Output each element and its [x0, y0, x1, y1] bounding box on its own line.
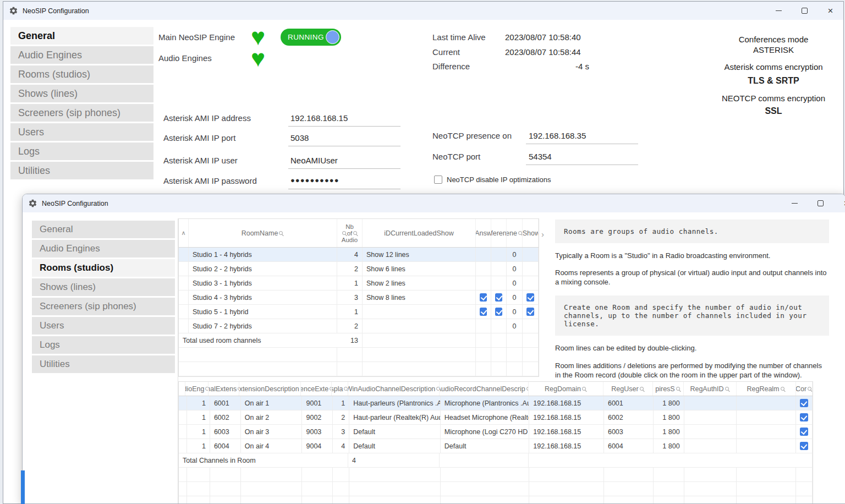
search-filter-icon[interactable]: [676, 387, 680, 391]
room-row[interactable]: Studio 2 - 2 hybrids2Show 6 lines0: [179, 262, 539, 276]
sidebar-item-utilities[interactable]: Utilities: [32, 355, 175, 373]
search-filter-icon[interactable]: [725, 387, 729, 391]
checked-checkbox[interactable]: [480, 293, 487, 302]
column-header-lshow[interactable]: lShow: [523, 219, 539, 247]
column-header-nb-of-audio[interactable]: NbofAudio: [337, 219, 363, 247]
cell[interactable]: [491, 262, 507, 276]
cell[interactable]: [476, 291, 491, 304]
checked-checkbox[interactable]: [800, 413, 808, 421]
sidebar-item-shows-lines[interactable]: Shows (lines): [10, 85, 153, 102]
cell[interactable]: [491, 276, 507, 290]
sidebar-item-audio-engines[interactable]: Audio Engines: [10, 46, 153, 64]
cell[interactable]: [476, 262, 491, 276]
sidebar-item-rooms-studios[interactable]: Rooms (studios): [10, 65, 153, 83]
cell[interactable]: [796, 410, 813, 424]
search-filter-icon[interactable]: [353, 231, 357, 235]
sidebar-item-audio-engines[interactable]: Audio Engines: [32, 240, 175, 258]
column-header-malextens[interactable]: malExtens: [208, 382, 239, 396]
sidebar-item-users[interactable]: Users: [10, 123, 153, 141]
minimize-button[interactable]: [766, 2, 792, 20]
sidebar-item-screeners-sip-phones[interactable]: Screeners (sip phones): [32, 298, 175, 315]
checked-checkbox[interactable]: [800, 399, 808, 407]
checked-checkbox[interactable]: [800, 442, 808, 450]
column-header-regdomain[interactable]: RegDomain: [529, 382, 603, 396]
close-button[interactable]: ×: [833, 194, 845, 212]
column-header-extensiondescription[interactable]: ExtensionDescription: [239, 382, 301, 396]
checked-checkbox[interactable]: [495, 308, 502, 316]
ami-address-input[interactable]: 192.168.168.15: [290, 113, 348, 123]
search-filter-icon[interactable]: [781, 387, 784, 391]
checked-checkbox[interactable]: [480, 308, 487, 316]
channel-row[interactable]: 16004On air 490044DefaultDefault192.168.…: [179, 439, 813, 453]
column-header-spla[interactable]: spla: [332, 382, 348, 396]
cell[interactable]: [476, 305, 491, 319]
maximize-button[interactable]: [792, 2, 817, 20]
column-header-roomname[interactable]: RoomName: [189, 219, 337, 247]
room-row[interactable]: Studio 3 - 1 hybrids1Show 2 lines0: [179, 276, 539, 291]
cell[interactable]: [796, 396, 813, 410]
column-header-winaudiochanneldescription[interactable]: WinAudioChannelDescription: [348, 382, 440, 396]
column-header-feren[interactable]: feren: [491, 219, 507, 247]
titlebar[interactable]: NeoSIP Configuration ×: [23, 194, 845, 212]
room-row[interactable]: Studio 5 - 1 hybrid10: [179, 305, 539, 319]
cell[interactable]: [796, 439, 813, 453]
checked-checkbox[interactable]: [495, 293, 502, 302]
search-filter-icon[interactable]: [808, 387, 811, 391]
column-header-piress[interactable]: piresS: [653, 382, 684, 396]
checked-checkbox[interactable]: [800, 428, 808, 436]
cell[interactable]: [491, 319, 507, 333]
ami-user-input[interactable]: NeoAMIUser: [290, 156, 338, 165]
checked-checkbox[interactable]: [526, 293, 534, 302]
cell[interactable]: [523, 319, 539, 333]
column-header-idcurrentloadedshow[interactable]: iDCurrentLoadedShow: [363, 219, 476, 247]
running-toggle[interactable]: RUNNING: [281, 29, 341, 46]
channel-row[interactable]: 16003On air 390033DefaultMicrophone (Log…: [179, 425, 813, 439]
sidebar-item-general[interactable]: General: [32, 221, 175, 238]
column-header-renceexte[interactable]: renceExte: [301, 382, 332, 396]
cell[interactable]: [476, 248, 491, 261]
titlebar[interactable]: NeoSIP Configuration ×: [3, 2, 843, 20]
cell[interactable]: [523, 305, 539, 319]
cell[interactable]: [523, 248, 539, 261]
cell[interactable]: [491, 291, 507, 304]
neotcp-port-input[interactable]: 54354: [529, 152, 552, 161]
search-filter-icon[interactable]: [279, 231, 283, 235]
room-row[interactable]: Studio 1 - 4 hybrids4Show 12 lines0: [179, 248, 539, 262]
channel-row[interactable]: 16001On air 190011Haut-parleurs (Plantro…: [179, 396, 813, 410]
column-header-answ[interactable]: Answ: [476, 219, 491, 247]
search-filter-icon[interactable]: [344, 387, 348, 391]
cell[interactable]: [476, 276, 491, 290]
checked-checkbox[interactable]: [526, 308, 534, 316]
cell[interactable]: [476, 319, 491, 333]
cell[interactable]: [523, 276, 539, 290]
sidebar-item-rooms-studios[interactable]: Rooms (studios): [32, 259, 175, 277]
ami-password-input[interactable]: ●●●●●●●●●●: [290, 176, 339, 184]
neotcp-disable-checkbox[interactable]: [434, 176, 442, 184]
column-header-regauthid[interactable]: RegAuthID: [684, 382, 737, 396]
channel-row[interactable]: 16002On air 290022Haut-parleur (Realtek(…: [179, 410, 813, 425]
sidebar-item-utilities[interactable]: Utilities: [10, 162, 153, 179]
sidebar-item-users[interactable]: Users: [32, 317, 175, 335]
sidebar-item-screeners-sip-phones[interactable]: Screeners (sip phones): [10, 104, 153, 122]
search-filter-icon[interactable]: [640, 387, 644, 391]
cell[interactable]: [523, 262, 539, 276]
search-filter-icon[interactable]: [518, 231, 522, 235]
maximize-button[interactable]: [808, 194, 833, 212]
column-header-regrealm[interactable]: RegRealm: [737, 382, 796, 396]
sidebar-item-general[interactable]: General: [10, 27, 153, 45]
close-button[interactable]: ×: [817, 2, 843, 20]
column-header-audiorecordchanneldescrip[interactable]: AudioRecordChannelDescrip: [440, 382, 529, 396]
search-filter-icon[interactable]: [582, 387, 586, 391]
room-row[interactable]: Studio 7 - 2 hybrids20: [179, 319, 539, 333]
cell[interactable]: [523, 291, 539, 304]
cell[interactable]: [491, 305, 507, 319]
minimize-button[interactable]: [782, 194, 808, 212]
neotcp-presence-input[interactable]: 192.168.168.35: [529, 131, 586, 140]
room-row[interactable]: Studio 4 - 3 hybrids3Show 8 lines0: [179, 291, 539, 305]
ami-port-input[interactable]: 5038: [290, 133, 309, 143]
column-header-cor[interactable]: Cor: [796, 382, 813, 396]
cell[interactable]: [796, 425, 813, 439]
cell[interactable]: [491, 248, 507, 261]
sidebar-item-logs[interactable]: Logs: [32, 336, 175, 354]
sidebar-item-logs[interactable]: Logs: [10, 143, 153, 160]
